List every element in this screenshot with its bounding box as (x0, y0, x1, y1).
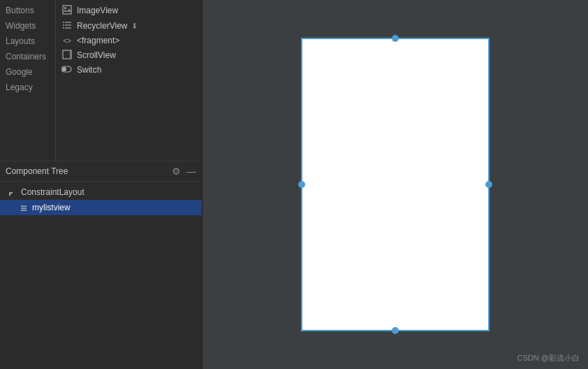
canvas-area: CSDN @影流小白 (203, 0, 588, 369)
tree-header-icons: ⚙ — (172, 166, 196, 177)
svg-rect-9 (70, 51, 71, 58)
imageview-label: ImageView (77, 6, 118, 15)
minus-icon[interactable]: — (186, 166, 196, 177)
tree-header: Component Tree ⚙ — (0, 161, 202, 182)
handle-middle-left[interactable] (298, 181, 305, 188)
palette-item-fragment[interactable]: <><fragment> (56, 34, 202, 48)
palette-item-switch[interactable]: Switch (56, 63, 202, 77)
palette-category-widgets[interactable]: Widgets (0, 18, 55, 34)
device-screen (301, 38, 490, 331)
palette-category-legacy[interactable]: Legacy (0, 80, 55, 95)
palette-item-scrollview[interactable]: ScrollView (56, 48, 202, 63)
recyclerview-download-icon[interactable]: ⬇ (131, 22, 138, 31)
svg-point-7 (63, 27, 64, 29)
svg-point-11 (62, 67, 66, 71)
palette-categories: ButtonsWidgetsLayoutsContainersGoogleLeg… (0, 0, 56, 161)
imageview-icon (61, 5, 73, 16)
palette-category-layouts[interactable]: Layouts (0, 34, 55, 49)
handle-middle-right[interactable] (485, 181, 492, 188)
palette-item-imageview[interactable]: ImageView (56, 3, 202, 18)
svg-point-1 (64, 7, 66, 9)
palette-panel: ButtonsWidgetsLayoutsContainersGoogleLeg… (0, 0, 202, 161)
tree-content: ConstraintLayoutmylistview (0, 182, 202, 218)
mylistview-tree-icon (20, 203, 28, 212)
palette-category-google[interactable]: Google (0, 64, 55, 80)
sidebar: ButtonsWidgetsLayoutsContainersGoogleLeg… (0, 0, 203, 369)
tree-item-mylistview[interactable]: mylistview (0, 200, 202, 215)
constraint-layout-tree-icon (8, 187, 17, 197)
svg-point-6 (63, 24, 64, 26)
device-frame (301, 38, 490, 331)
recyclerview-icon (61, 20, 73, 31)
constraint-layout-label: ConstraintLayout (21, 187, 84, 197)
palette-items-list: ImageViewRecyclerView⬇<><fragment>Scroll… (56, 0, 202, 161)
recyclerview-label: RecyclerView (77, 21, 127, 31)
fragment-icon: <> (61, 36, 73, 45)
palette-item-recyclerview[interactable]: RecyclerView⬇ (56, 18, 202, 34)
mylistview-label: mylistview (32, 203, 71, 212)
scrollview-label: ScrollView (77, 50, 116, 60)
svg-point-5 (63, 22, 64, 23)
palette-category-buttons[interactable]: Buttons (0, 3, 55, 18)
component-tree-panel: Component Tree ⚙ — ConstraintLayoutmylis… (0, 161, 202, 369)
gear-icon[interactable]: ⚙ (172, 166, 181, 177)
fragment-label: <fragment> (77, 36, 119, 45)
tree-header-title: Component Tree (6, 166, 172, 176)
palette-category-containers[interactable]: Containers (0, 49, 55, 64)
scrollview-icon (61, 50, 73, 61)
switch-label: Switch (77, 65, 101, 75)
handle-bottom-center[interactable] (392, 327, 399, 334)
handle-top-center[interactable] (392, 35, 399, 42)
switch-icon (61, 66, 73, 74)
tree-item-constraint-layout[interactable]: ConstraintLayout (0, 184, 202, 200)
watermark: CSDN @影流小白 (517, 353, 580, 363)
